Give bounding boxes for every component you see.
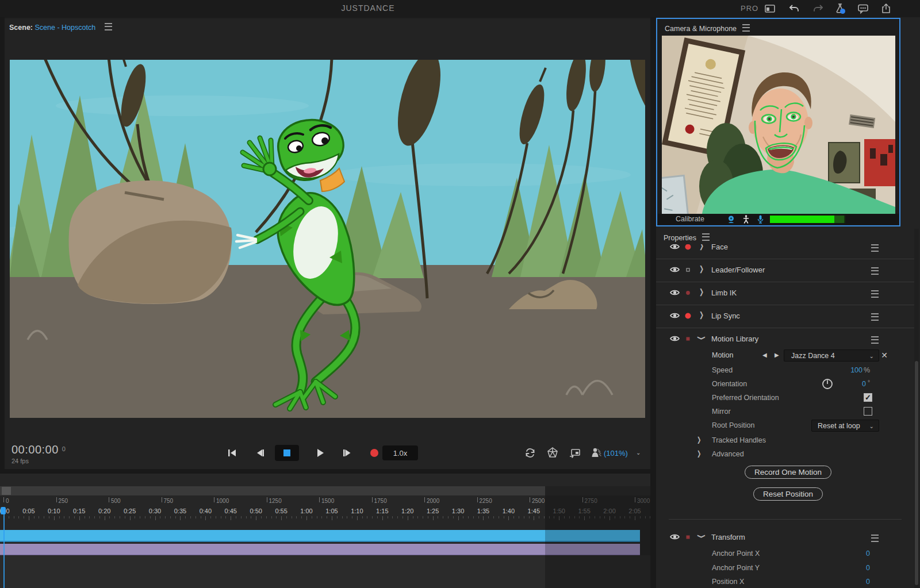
root-position-select[interactable]: Reset at loop ⌄ [811, 420, 879, 432]
orientation-dial-icon[interactable] [822, 378, 833, 390]
time-label: 1:30 [452, 508, 464, 514]
record-one-motion-button[interactable]: Record One Motion [745, 466, 831, 479]
motion-select[interactable]: Jazz Dance 4 ⌄ [784, 349, 879, 362]
ghosting-puppet-icon[interactable] [589, 446, 603, 460]
share-export-icon[interactable] [880, 2, 892, 15]
calibrate-button[interactable]: Calibrate [676, 215, 704, 223]
behavior-row-lip-sync[interactable]: ❯ Lip Sync [656, 305, 914, 328]
row-menu-icon[interactable] [871, 336, 879, 344]
go-to-start-button[interactable] [225, 446, 239, 460]
track-bar-take[interactable] [0, 530, 640, 542]
timeline-divider[interactable] [0, 469, 650, 474]
timeline-scrollbar[interactable] [0, 486, 650, 495]
ruler-subtick [241, 516, 241, 518]
camera-menu-icon[interactable] [742, 24, 750, 32]
timecode[interactable]: 00:00:000 [12, 443, 66, 456]
beta-flask-icon[interactable] [834, 2, 846, 15]
expand-chevron-icon[interactable]: ❯ [699, 310, 704, 319]
scene-name-link[interactable]: Scene - Hopscotch [34, 24, 95, 32]
timeline-scroll-knob[interactable] [2, 487, 11, 495]
behavior-row-leader-follower[interactable]: ❯ Leader/Follower [656, 259, 914, 282]
ruler-subtick [64, 516, 64, 518]
playhead[interactable] [1, 507, 6, 514]
behavior-row-face[interactable]: ❯ Face [656, 244, 914, 259]
ruler-subtick [508, 516, 509, 520]
play-button[interactable] [313, 446, 327, 460]
mirror-checkbox[interactable] [864, 407, 872, 416]
ruler-subtick [49, 516, 49, 518]
playback-speed-button[interactable]: 1.0x [382, 445, 418, 460]
camera-panel-title: Camera & Microphone [665, 24, 750, 33]
mercury-stream-icon[interactable] [568, 446, 582, 460]
record-button[interactable] [367, 446, 381, 460]
properties-scroll-handle[interactable] [915, 361, 918, 585]
reset-position-button[interactable]: Reset Position [753, 487, 823, 501]
frame-label: 2500 [532, 498, 545, 504]
ruler-subtick [140, 516, 140, 518]
time-label: 0:25 [124, 508, 136, 514]
advanced-row[interactable]: ❯ Advanced [656, 448, 914, 462]
transform-row-value[interactable]: 0 [866, 564, 870, 572]
stop-button[interactable] [275, 445, 299, 461]
behavior-row-transform[interactable]: ❯ Transform [656, 526, 914, 547]
properties-scrollbar[interactable] [914, 229, 919, 588]
expand-chevron-icon[interactable]: ❯ [697, 449, 701, 458]
row-menu-icon[interactable] [871, 244, 879, 252]
render-mesh-icon[interactable] [546, 446, 559, 460]
expand-chevron-icon[interactable]: ❯ [697, 436, 701, 444]
tracked-handles-row[interactable]: ❯ Tracked Handles [656, 434, 914, 448]
properties-menu-icon[interactable] [702, 233, 710, 241]
ruler-subtick [367, 516, 367, 518]
expand-chevron-icon[interactable]: ❯ [699, 244, 704, 251]
frame-label: 750 [164, 498, 174, 504]
microphone-icon[interactable] [756, 214, 765, 224]
previous-frame-button[interactable] [253, 446, 267, 460]
track-bar-audio[interactable] [0, 544, 640, 556]
loop-playback-icon[interactable] [523, 446, 537, 460]
ruler-subtick [544, 516, 545, 518]
character-animator-app: JUSTDANCE PRO Scene: Scene - Hopscotch [0, 0, 920, 588]
previous-motion-icon[interactable]: ◀ [762, 352, 769, 359]
speed-value[interactable]: 100 [850, 366, 862, 374]
redo-icon[interactable] [812, 2, 825, 15]
remove-motion-icon[interactable]: ✕ [881, 351, 888, 360]
next-frame-button[interactable] [340, 446, 354, 460]
transform-row-label: Anchor Point X [712, 549, 760, 558]
ruler-subtick [332, 516, 332, 520]
feedback-chat-icon[interactable] [857, 2, 869, 15]
ruler-subtick [352, 516, 352, 518]
rock-large [69, 180, 232, 304]
row-menu-icon[interactable] [871, 313, 879, 321]
row-menu-icon[interactable] [871, 535, 879, 542]
zoom-dropdown-chevron-icon[interactable]: ⌄ [636, 449, 641, 456]
project-title: JUSTDANCE [310, 3, 425, 13]
behavior-row-motion-library[interactable]: ❯ Motion Library [656, 328, 914, 348]
next-motion-icon[interactable]: ▶ [775, 352, 781, 359]
zoom-level[interactable]: (101%) [604, 449, 628, 458]
expand-chevron-icon[interactable]: ❯ [699, 287, 704, 296]
body-tracking-icon[interactable] [741, 214, 751, 224]
reset-position-container: Reset Position [656, 487, 914, 501]
transform-row-value[interactable]: 0 [866, 578, 870, 586]
transform-row-value[interactable]: 0 [866, 549, 870, 558]
ruler-subtick [236, 516, 236, 518]
undo-icon[interactable] [788, 2, 800, 15]
scene-header: Scene: Scene - Hopscotch [9, 23, 112, 32]
ruler-subtick [205, 516, 206, 520]
panel-divider[interactable] [650, 17, 656, 588]
ruler-subtick [317, 516, 317, 518]
behavior-row-limb-ik[interactable]: ❯ Limb IK [656, 282, 914, 305]
collapse-chevron-icon[interactable]: ❯ [697, 534, 706, 539]
row-menu-icon[interactable] [871, 267, 879, 275]
expand-chevron-icon[interactable]: ❯ [699, 264, 704, 273]
scene-menu-icon[interactable] [105, 23, 112, 30]
preferred-orientation-checkbox[interactable]: ✓ [864, 393, 872, 402]
frame-label: 1500 [321, 498, 334, 504]
scene-canvas[interactable] [10, 60, 645, 418]
collapse-chevron-icon[interactable]: ❯ [697, 336, 706, 340]
orientation-value[interactable]: 0 [862, 380, 866, 388]
timeline-scroll-handle[interactable] [0, 486, 545, 495]
workspace-layout-icon[interactable] [764, 2, 776, 15]
row-menu-icon[interactable] [871, 290, 879, 298]
camera-toggle-icon[interactable] [726, 214, 736, 224]
